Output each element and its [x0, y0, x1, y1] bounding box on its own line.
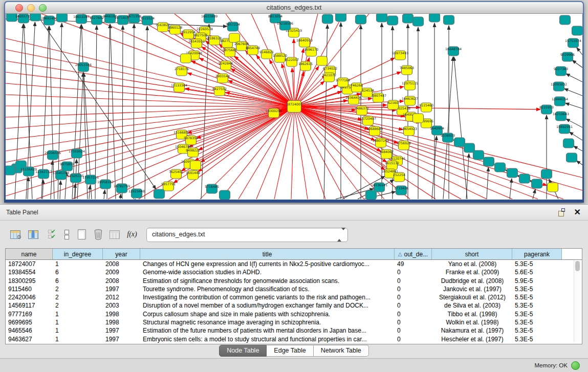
graph-node[interactable]: 1691448 [186, 170, 200, 180]
graph-node[interactable] [473, 150, 484, 160]
cell-title[interactable]: Estimation of the future numbers of pati… [140, 326, 395, 335]
graph-node[interactable]: 12444154 [552, 97, 568, 106]
graph-node[interactable]: 8454749 [246, 46, 260, 55]
graph-node[interactable]: 12975115 [402, 81, 418, 90]
graph-node[interactable]: 7486372 [355, 106, 369, 115]
table-row[interactable]: 2242004622012Investigating the contribut… [6, 293, 582, 301]
graph-node[interactable] [154, 189, 165, 199]
graph-node[interactable]: 18807249 [373, 138, 389, 147]
graph-node[interactable] [495, 163, 506, 172]
cell-pagerank[interactable]: 5.9E-5 [512, 277, 562, 285]
table-row[interactable]: 1830029562008Estimation of significance … [6, 277, 582, 285]
graph-node[interactable] [572, 26, 583, 35]
graph-node[interactable]: 1733426 [394, 186, 408, 195]
graph-node[interactable]: 252254 [393, 172, 405, 182]
graph-node[interactable]: 7485063 [400, 65, 414, 75]
cell-name[interactable]: 14569117 [6, 301, 53, 310]
graph-node[interactable]: 16782759 [114, 184, 130, 193]
cell-out_degree[interactable]: 0 [395, 277, 432, 285]
graph-node[interactable]: 9756928 [397, 141, 411, 150]
graph-node[interactable] [366, 190, 377, 200]
select-columns-button[interactable] [26, 227, 40, 242]
graph-node[interactable]: 17957225 [82, 175, 99, 184]
graph-node[interactable] [444, 15, 454, 25]
cell-name[interactable]: 9699695 [6, 318, 53, 326]
cell-short[interactable]: Jankovic et al. (1997) [432, 285, 512, 293]
cell-year[interactable]: 1997 [103, 285, 140, 293]
graph-node[interactable]: 9115460 [419, 103, 433, 112]
column-header-title[interactable]: title [140, 249, 395, 259]
cell-name[interactable]: 18300295 [6, 277, 53, 285]
cell-pagerank[interactable]: 5.3E-5 [512, 285, 562, 293]
graph-node[interactable] [403, 14, 413, 23]
vertical-scrollbar[interactable] [574, 260, 581, 342]
cell-name[interactable]: 9463627 [6, 335, 53, 343]
graph-node[interactable]: 15751074 [565, 38, 581, 48]
column-header-out-degree[interactable]: △out_de... [395, 249, 432, 259]
graph-node[interactable]: 9329966 [560, 52, 575, 61]
graph-node[interactable] [541, 169, 552, 179]
graph-node[interactable]: 15692951 [556, 124, 573, 134]
graph-node[interactable] [532, 179, 542, 188]
cell-in_degree[interactable]: 2 [53, 293, 103, 301]
graph-node[interactable] [454, 138, 465, 147]
graph-node[interactable] [6, 166, 15, 175]
cell-pagerank[interactable]: 5.6E-5 [512, 268, 562, 276]
table-row[interactable]: 1456911722003Disruption of a novel membe… [6, 301, 582, 310]
cell-out_degree[interactable]: 49 [395, 260, 432, 268]
cell-in_degree[interactable]: 2 [53, 285, 103, 293]
graph-node[interactable]: 12093832 [551, 82, 567, 91]
import-table-button[interactable] [107, 227, 122, 242]
graph-node[interactable]: 1862615 [298, 61, 313, 71]
cell-title[interactable]: Genome-wide association studies in ADHD. [140, 268, 395, 276]
graph-node[interactable]: 5716485 [205, 184, 219, 193]
graph-node[interactable]: 9875685 [223, 48, 237, 57]
cell-short[interactable]: de Silva et al. (2003) [432, 301, 512, 310]
network-window-titlebar[interactable]: citations_edges.txt [5, 2, 583, 14]
graph-node[interactable] [548, 183, 558, 192]
graph-node[interactable] [181, 54, 191, 63]
cell-in_degree[interactable]: 1 [53, 326, 103, 335]
cell-name[interactable]: 9115460 [6, 285, 53, 293]
cell-out_degree[interactable]: 0 [395, 326, 432, 335]
graph-node[interactable]: 746266 [351, 83, 363, 92]
graph-node[interactable]: 1527602 [90, 15, 104, 25]
graph-node[interactable]: 10973493 [392, 51, 408, 60]
cell-in_degree[interactable]: 1 [53, 335, 103, 343]
cell-out_degree[interactable]: 0 [395, 293, 432, 301]
graph-node[interactable] [57, 14, 68, 22]
graph-node[interactable]: 62160 [388, 100, 399, 110]
graph-node[interactable]: 1615132 [385, 161, 399, 170]
graph-node[interactable]: 3684067 [379, 149, 394, 159]
table-row[interactable]: 1938455462009Genome-wide association stu… [6, 268, 582, 276]
tab-network-table[interactable]: Network Table [314, 345, 369, 357]
cell-pagerank[interactable]: 5.3E-5 [512, 301, 562, 310]
close-panel-icon[interactable]: ✕ [574, 207, 581, 217]
graph-node[interactable] [560, 15, 571, 25]
graph-node[interactable]: 16033809 [201, 14, 217, 23]
graph-node[interactable] [464, 143, 475, 152]
graph-node[interactable]: 16648784 [445, 47, 462, 56]
graph-node[interactable]: 9146821 [259, 50, 274, 59]
graph-node[interactable] [322, 14, 333, 24]
cell-title[interactable]: Investigating the contribution of common… [140, 293, 395, 301]
cell-short[interactable]: Dudbridge et al. (2008) [432, 277, 512, 285]
graph-node[interactable] [413, 114, 424, 123]
graph-node[interactable]: 12342737 [35, 169, 52, 179]
graph-node[interactable]: 9975857 [60, 162, 74, 171]
column-header-pagerank[interactable]: pagerank [512, 249, 562, 259]
cell-pagerank[interactable]: 5.5E-5 [512, 293, 562, 301]
graph-node[interactable]: 9777169 [336, 78, 350, 87]
graph-node[interactable]: 7857224 [226, 22, 240, 31]
graph-node[interactable] [563, 139, 574, 148]
cell-title[interactable]: Estimation of significance thresholds fo… [140, 277, 395, 285]
tab-node-table[interactable]: Node Table [219, 345, 267, 357]
cell-year[interactable]: 2008 [103, 260, 140, 268]
table-selector-dropdown[interactable]: citations_edges.txt [146, 228, 348, 242]
graph-node[interactable]: 18724007 [286, 101, 302, 113]
graph-node[interactable]: 14463627 [402, 96, 418, 105]
cell-short[interactable]: Stergiakouli et al. (2012) [432, 293, 512, 301]
cell-year[interactable]: 1998 [103, 318, 140, 326]
cell-year[interactable]: 2012 [103, 293, 140, 301]
memory-ok-indicator[interactable] [571, 361, 580, 370]
